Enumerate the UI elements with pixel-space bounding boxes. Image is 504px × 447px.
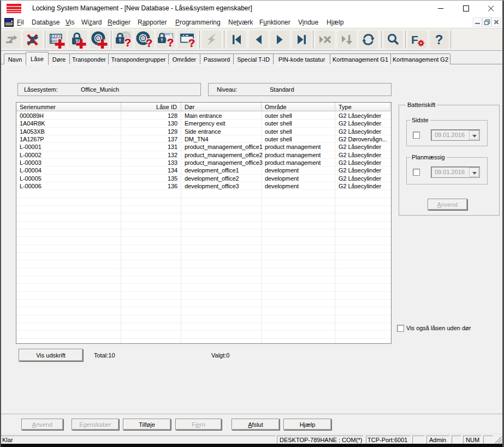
svg-text:F: F (411, 33, 418, 46)
svg-text:?: ? (124, 37, 131, 49)
svg-text:?: ? (167, 37, 174, 49)
svg-text:?: ? (188, 37, 195, 49)
svg-text:?: ? (435, 32, 443, 47)
svg-text:?: ? (146, 37, 152, 49)
